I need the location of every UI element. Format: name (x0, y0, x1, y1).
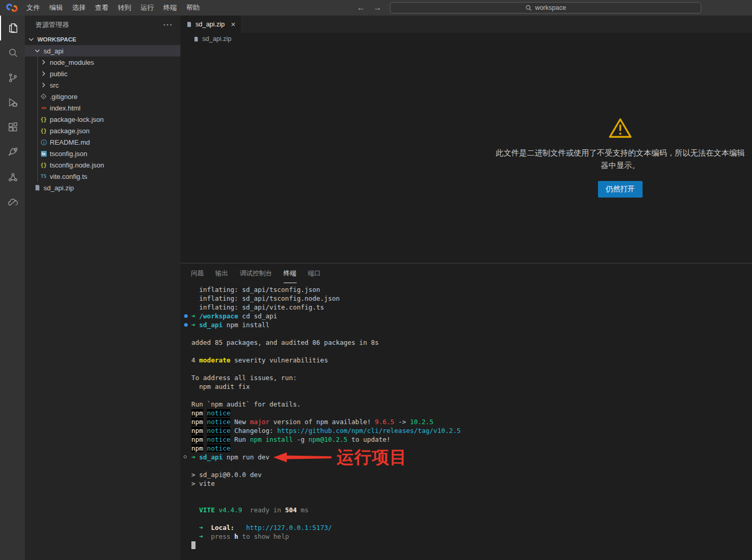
tree-item-label: src (50, 81, 59, 89)
terminal-link[interactable]: http://127.0.0.1:5173/ (246, 524, 332, 531)
terminal-text: /workspace (199, 312, 238, 320)
tree-item-node-modules[interactable]: node_modules (25, 57, 180, 68)
panel-tab[interactable]: 端口 (308, 263, 321, 283)
open-anyway-button[interactable]: 仍然打开 (598, 181, 643, 198)
json-file-icon: {} (39, 117, 48, 122)
tab-sd-api-zip[interactable]: sd_api.zip × (180, 16, 241, 33)
panel-tab[interactable]: 终端 (284, 263, 297, 283)
terminal-text (203, 427, 207, 435)
rocket-icon[interactable] (0, 140, 25, 165)
terminal-text: New (230, 418, 250, 426)
terminal-text: notice (207, 444, 230, 452)
terminal-line: inflating: sd_api/vite.config.ts (191, 303, 752, 312)
tree-item-public[interactable]: public (25, 68, 180, 79)
terminal-line: Run `npm audit` for details. (191, 400, 752, 409)
source-control-icon[interactable] (0, 65, 25, 90)
terminal-text: inflating: sd_api/vite.config.ts (191, 303, 324, 311)
terminal-text: Local: (211, 524, 234, 531)
terminal-text (203, 444, 207, 452)
ts-text-file-icon: TS (39, 174, 48, 179)
tree-item-tsconfig-node-json[interactable]: {}tsconfig.node.json (25, 159, 180, 171)
tree-item-label: node_modules (50, 59, 94, 66)
explorer-sidebar: 资源管理器 ··· WORKSPACE sd_apinode_modulespu… (25, 16, 180, 560)
terminal-text: ➜ (191, 312, 199, 320)
workspace-section-header[interactable]: WORKSPACE (25, 34, 180, 45)
tree-item-label: package-lock.json (50, 116, 104, 123)
terminal-text (297, 506, 301, 514)
sidebar-title: 资源管理器 (35, 20, 69, 30)
terminal-text: VITE (199, 506, 215, 514)
terminal-text: sd_api (199, 321, 222, 329)
terminal-link[interactable]: https://github.com/npm/cli/releases/tag/… (277, 427, 461, 435)
terminal-line: > vite (191, 479, 752, 488)
terminal-text: Run `npm audit` for details. (191, 400, 301, 408)
terminal-text: -g (293, 436, 309, 443)
tree-item-src[interactable]: src (25, 79, 180, 91)
terminal-line (191, 497, 752, 506)
tree-item--gitignore[interactable]: .gitignore (25, 91, 180, 102)
menubar-item[interactable]: 查看 (90, 0, 113, 16)
back-arrow-icon[interactable]: ← (357, 3, 365, 12)
terminal-text: ➜ (191, 453, 199, 461)
menubar-item[interactable]: 帮助 (182, 0, 204, 16)
indent-guide (37, 57, 38, 182)
command-decoration-done[interactable] (184, 323, 188, 327)
terminal-line: npm notice Run npm install -g npm@10.2.5… (191, 435, 752, 444)
menubar-item[interactable]: 终端 (159, 0, 182, 16)
tree-item-vite-config-ts[interactable]: TSvite.config.ts (25, 171, 180, 182)
more-actions-icon[interactable]: ··· (163, 21, 173, 29)
terminal-text: cd sd_api (238, 312, 277, 320)
run-and-debug-icon[interactable] (0, 90, 25, 115)
terminal-line (191, 365, 752, 373)
share-network-icon[interactable] (0, 165, 25, 190)
close-icon[interactable]: × (231, 20, 235, 29)
tree-item-label: tsconfig.json (50, 150, 87, 158)
terminal-line: inflating: sd_api/tsconfig.node.json (191, 294, 752, 303)
tree-item-label: index.html (50, 104, 80, 112)
tree-item-sd-api-zip[interactable]: sd_api.zip (25, 182, 180, 193)
panel-tab[interactable]: 输出 (215, 263, 228, 283)
tree-item-label: sd_api (44, 47, 63, 55)
panel-tab[interactable]: 调试控制台 (240, 263, 272, 283)
menubar-item[interactable]: 选择 (67, 0, 90, 16)
command-center-search[interactable]: workspace (390, 2, 701, 13)
terminal-text: v4.4.9 (219, 506, 242, 514)
extensions-icon[interactable] (0, 115, 25, 140)
terminal-line: npm notice Changelog: https://github.com… (191, 426, 752, 435)
tree-item-label: tsconfig.node.json (50, 161, 104, 169)
terminal-line: ➜ sd_api npm run dev运行项目 (191, 453, 752, 461)
terminal-line: To address all issues, run: (191, 373, 752, 382)
terminal-text (191, 533, 199, 540)
terminal-text: ➜ (199, 533, 203, 540)
sidebar-header: 资源管理器 ··· (25, 16, 180, 34)
zip-file-icon (186, 21, 192, 28)
menubar-item[interactable]: 运行 (136, 0, 159, 16)
menubar-item[interactable]: 文件 (22, 0, 45, 16)
terminal-output[interactable]: inflating: sd_api/tsconfig.json inflatin… (180, 283, 752, 560)
menubar: 文件编辑选择查看转到运行终端帮助 (22, 0, 204, 16)
tree-item-package-json[interactable]: {}package.json (25, 125, 180, 136)
command-decoration-running[interactable] (184, 455, 187, 458)
explorer-icon[interactable] (0, 16, 25, 40)
menubar-item[interactable]: 编辑 (45, 0, 67, 16)
tree-item-sd-api[interactable]: sd_api (25, 45, 180, 57)
tree-item-tsconfig-json[interactable]: tstsconfig.json (25, 148, 180, 159)
panel-tab[interactable]: 问题 (191, 263, 204, 283)
command-decoration-done[interactable] (184, 314, 188, 318)
terminal-text (203, 524, 211, 531)
menubar-item[interactable]: 转到 (113, 0, 136, 16)
tree-item-index-html[interactable]: <>index.html (25, 102, 180, 114)
cloud-icon[interactable] (0, 190, 25, 215)
tree-item-readme-md[interactable]: README.md (25, 136, 180, 148)
terminal-text: ➜ (199, 524, 203, 531)
tree-item-package-lock-json[interactable]: {}package-lock.json (25, 114, 180, 125)
search-sidebar-icon[interactable] (0, 40, 25, 65)
terminal-text: major (250, 418, 270, 426)
chevron-down-icon (33, 47, 41, 55)
forward-arrow-icon[interactable]: → (373, 3, 382, 12)
search-icon (525, 5, 532, 11)
app-logo-icon (5, 3, 19, 12)
breadcrumb[interactable]: sd_api.zip (180, 33, 752, 45)
terminal-text: inflating: sd_api/tsconfig.json (191, 286, 320, 293)
terminal-line (191, 514, 752, 523)
